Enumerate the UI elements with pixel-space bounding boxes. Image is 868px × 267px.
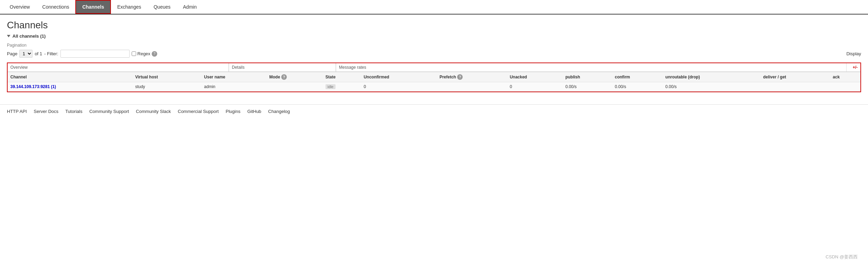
footer-link-tutorials[interactable]: Tutorials bbox=[65, 109, 82, 114]
cell-deliver-get bbox=[760, 82, 830, 92]
nav-item-connections[interactable]: Connections bbox=[36, 0, 75, 14]
navigation: OverviewConnectionsChannelsExchangesQueu… bbox=[0, 0, 868, 15]
section-header: All channels (1) bbox=[7, 34, 861, 39]
col-unroutable: unroutable (drop) bbox=[663, 72, 761, 82]
table-body: 39.144.109.173:9281 (1) study admin idle… bbox=[8, 82, 860, 92]
regex-help-badge[interactable]: ? bbox=[152, 51, 157, 57]
col-unconfirmed: Unconfirmed bbox=[361, 72, 437, 82]
col-unacked: Unacked bbox=[507, 72, 563, 82]
nav-item-overview[interactable]: Overview bbox=[3, 0, 36, 14]
footer-link-community-slack[interactable]: Community Slack bbox=[136, 109, 171, 114]
col-user-name: User name bbox=[201, 72, 267, 82]
footer-link-changelog[interactable]: Changelog bbox=[268, 109, 290, 114]
cell-unconfirmed: 0 bbox=[361, 82, 437, 92]
footer-link-community-support[interactable]: Community Support bbox=[89, 109, 129, 114]
col-confirm: confirm bbox=[612, 72, 662, 82]
page-title: Channels bbox=[7, 20, 861, 31]
group-header-overview: Overview bbox=[8, 63, 229, 71]
page-content: Channels All channels (1) Pagination Pag… bbox=[0, 15, 868, 104]
regex-label: Regex bbox=[138, 51, 151, 56]
of-text: of 1 bbox=[35, 51, 42, 56]
cell-state: idle bbox=[323, 82, 361, 92]
mode-help[interactable]: ? bbox=[281, 74, 287, 80]
footer-link-plugins[interactable]: Plugins bbox=[226, 109, 240, 114]
prefetch-help[interactable]: ? bbox=[457, 74, 463, 80]
cell-ack bbox=[830, 82, 860, 92]
cell-prefetch bbox=[437, 82, 507, 92]
col-virtual-host: Virtual host bbox=[132, 72, 201, 82]
channels-table-container: Overview Details Message rates +/- Chann… bbox=[7, 63, 861, 92]
nav-item-admin[interactable]: Admin bbox=[177, 0, 203, 14]
group-header-row: Overview Details Message rates +/- bbox=[8, 63, 860, 72]
footer-link-http-api[interactable]: HTTP API bbox=[7, 109, 27, 114]
pagination-controls: Page 1 of 1 - Filter: Regex ? Display bbox=[7, 50, 861, 58]
group-header-details: Details bbox=[229, 63, 336, 71]
col-mode: Mode ? bbox=[266, 72, 323, 82]
col-prefetch: Prefetch ? bbox=[437, 72, 507, 82]
col-ack: ack bbox=[830, 72, 860, 82]
nav-item-queues[interactable]: Queues bbox=[147, 0, 177, 14]
filter-label: - Filter: bbox=[44, 51, 58, 56]
pagination-section: Pagination Page 1 of 1 - Filter: Regex ?… bbox=[7, 43, 861, 58]
col-state: State bbox=[323, 72, 361, 82]
footer-link-server-docs[interactable]: Server Docs bbox=[34, 109, 59, 114]
page-select[interactable]: 1 bbox=[19, 50, 32, 58]
col-channel: Channel bbox=[8, 72, 132, 82]
cell-confirm: 0.00/s bbox=[612, 82, 662, 92]
footer: HTTP APIServer DocsTutorialsCommunity Su… bbox=[0, 104, 868, 118]
regex-checkbox-label: Regex ? bbox=[132, 51, 158, 57]
cell-mode bbox=[266, 82, 323, 92]
display-label: Display bbox=[846, 51, 861, 56]
state-badge: idle bbox=[326, 84, 336, 89]
channel-link[interactable]: 39.144.109.173:9281 (1) bbox=[10, 84, 56, 89]
cell-virtual-host: study bbox=[132, 82, 201, 92]
channels-table: Channel Virtual host User name Mode ? St… bbox=[8, 72, 860, 92]
footer-link-commercial-support[interactable]: Commercial Support bbox=[178, 109, 219, 114]
col-deliver-get: deliver / get bbox=[760, 72, 830, 82]
filter-input[interactable] bbox=[60, 50, 130, 58]
page-label: Page bbox=[7, 51, 17, 56]
cell-unroutable: 0.00/s bbox=[663, 82, 761, 92]
nav-item-channels[interactable]: Channels bbox=[75, 0, 111, 14]
col-publish: publish bbox=[563, 72, 612, 82]
cell-publish: 0.00/s bbox=[563, 82, 612, 92]
nav-item-exchanges[interactable]: Exchanges bbox=[111, 0, 147, 14]
cell-unacked: 0 bbox=[507, 82, 563, 92]
group-header-plus-minus[interactable]: +/- bbox=[847, 63, 860, 71]
group-header-msg-rates: Message rates bbox=[336, 63, 847, 71]
header-row: Channel Virtual host User name Mode ? St… bbox=[8, 72, 860, 82]
collapse-icon[interactable] bbox=[7, 35, 10, 37]
section-header-text: All channels (1) bbox=[12, 34, 46, 39]
table-header: Channel Virtual host User name Mode ? St… bbox=[8, 72, 860, 82]
table-row: 39.144.109.173:9281 (1) study admin idle… bbox=[8, 82, 860, 92]
regex-checkbox[interactable] bbox=[132, 51, 136, 56]
pagination-label: Pagination bbox=[7, 43, 861, 48]
footer-link-github[interactable]: GitHub bbox=[247, 109, 261, 114]
cell-channel: 39.144.109.173:9281 (1) bbox=[8, 82, 132, 92]
cell-user-name: admin bbox=[201, 82, 267, 92]
